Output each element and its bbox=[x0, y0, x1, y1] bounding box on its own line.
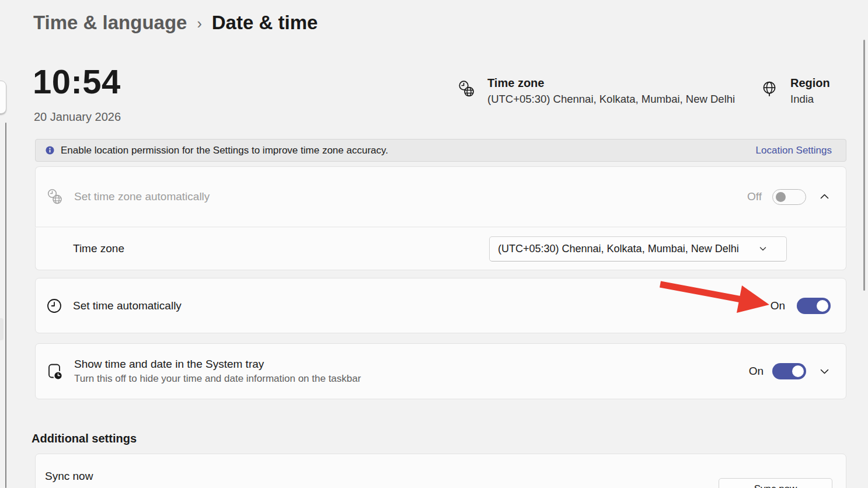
system-tray-toggle[interactable] bbox=[772, 363, 806, 379]
set-time-auto-label: Set time automatically bbox=[73, 299, 182, 312]
additional-settings-heading: Additional settings bbox=[32, 432, 137, 445]
location-permission-banner: Enable location permission for the Setti… bbox=[35, 139, 846, 162]
info-circle-icon bbox=[46, 146, 54, 155]
system-tray-label: Show time and date in the System tray bbox=[74, 358, 361, 371]
banner-message: Enable location permission for the Setti… bbox=[61, 145, 388, 156]
timezone-select-row: Time zone (UTC+05:30) Chennai, Kolkata, … bbox=[35, 228, 846, 270]
timezone-dropdown[interactable]: (UTC+05:30) Chennai, Kolkata, Mumbai, Ne… bbox=[489, 236, 787, 262]
left-edge-highlight bbox=[0, 318, 4, 340]
set-timezone-auto-label: Set time zone automatically bbox=[74, 190, 210, 203]
sync-now-label: Sync now bbox=[45, 470, 206, 483]
calendar-clock-icon bbox=[47, 362, 63, 380]
set-time-auto-state: On bbox=[771, 299, 785, 312]
location-settings-link[interactable]: Location Settings bbox=[756, 145, 832, 156]
breadcrumb-separator-icon: › bbox=[197, 13, 201, 32]
current-date: 20 January 2026 bbox=[34, 110, 121, 124]
timezone-summary-value: (UTC+05:30) Chennai, Kolkata, Mumbai, Ne… bbox=[487, 93, 735, 106]
left-scrollbar-thumb[interactable] bbox=[5, 123, 6, 488]
clock-globe-icon bbox=[47, 189, 63, 205]
settings-window: Time & language › Date & time 10:54 20 J… bbox=[0, 0, 868, 488]
window-edge-fragment bbox=[0, 81, 6, 114]
scrollbar-thumb[interactable] bbox=[863, 40, 865, 291]
set-timezone-auto-row[interactable]: Set time zone automatically Off bbox=[35, 166, 846, 227]
chevron-down-icon[interactable] bbox=[818, 365, 831, 377]
system-tray-description: Turn this off to hide your time and date… bbox=[74, 373, 361, 385]
region-summary-value: India bbox=[790, 93, 830, 106]
set-timezone-auto-state: Off bbox=[747, 190, 762, 203]
timezone-summary-label: Time zone bbox=[487, 76, 735, 90]
sync-now-row: Sync now Last successful time synchroniz… bbox=[35, 454, 846, 488]
chevron-down-icon bbox=[758, 244, 768, 253]
system-tray-state: On bbox=[749, 365, 764, 378]
breadcrumb: Time & language › Date & time bbox=[33, 12, 318, 34]
page-title: Date & time bbox=[212, 12, 318, 34]
set-timezone-auto-toggle[interactable] bbox=[772, 189, 806, 205]
sync-now-button[interactable]: Sync now bbox=[719, 478, 832, 488]
chevron-up-icon[interactable] bbox=[818, 191, 831, 203]
region-summary: Region India bbox=[761, 76, 830, 106]
system-tray-row[interactable]: Show time and date in the System tray Tu… bbox=[35, 343, 846, 399]
clock-globe-icon bbox=[458, 80, 475, 97]
timezone-dropdown-value: (UTC+05:30) Chennai, Kolkata, Mumbai, Ne… bbox=[498, 243, 739, 255]
timezone-select-label: Time zone bbox=[73, 242, 124, 255]
region-summary-label: Region bbox=[790, 76, 830, 90]
globe-icon bbox=[761, 80, 778, 97]
set-time-auto-row: Set time automatically On bbox=[35, 278, 846, 333]
clock-icon bbox=[47, 298, 62, 313]
timezone-summary: Time zone (UTC+05:30) Chennai, Kolkata, … bbox=[458, 76, 735, 106]
current-time: 10:54 bbox=[33, 62, 121, 101]
breadcrumb-parent[interactable]: Time & language bbox=[33, 12, 187, 34]
set-time-auto-toggle[interactable] bbox=[797, 298, 831, 314]
